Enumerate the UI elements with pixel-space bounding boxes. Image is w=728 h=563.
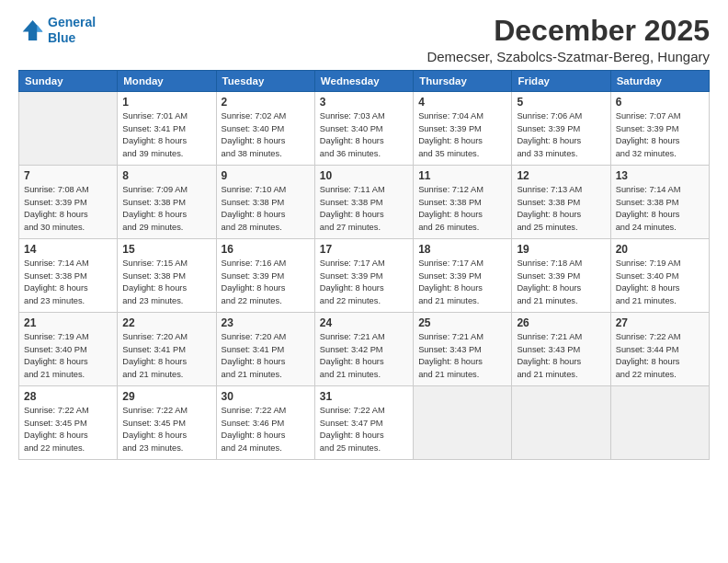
calendar-cell <box>512 386 610 460</box>
day-number: 18 <box>418 243 506 256</box>
title-section: December 2025 Demecser, Szabolcs-Szatmar… <box>427 15 710 64</box>
day-number: 3 <box>320 96 408 109</box>
header: General Blue December 2025 Demecser, Sza… <box>18 15 710 64</box>
day-number: 22 <box>122 316 210 329</box>
cell-content: Sunrise: 7:02 AM Sunset: 3:40 PM Dayligh… <box>222 110 310 160</box>
day-number: 25 <box>418 316 506 329</box>
cell-content: Sunrise: 7:10 AM Sunset: 3:38 PM Dayligh… <box>222 184 310 234</box>
col-saturday: Saturday <box>610 71 709 92</box>
day-number: 9 <box>222 169 310 182</box>
week-row-4: 21Sunrise: 7:19 AM Sunset: 3:40 PM Dayli… <box>19 313 710 386</box>
calendar-cell: 30Sunrise: 7:22 AM Sunset: 3:46 PM Dayli… <box>216 386 314 460</box>
cell-content: Sunrise: 7:01 AM Sunset: 3:41 PM Dayligh… <box>122 110 210 160</box>
cell-content: Sunrise: 7:11 AM Sunset: 3:38 PM Dayligh… <box>320 184 408 234</box>
calendar-cell: 9Sunrise: 7:10 AM Sunset: 3:38 PM Daylig… <box>216 166 314 239</box>
calendar-cell: 1Sunrise: 7:01 AM Sunset: 3:41 PM Daylig… <box>118 92 216 166</box>
day-number: 16 <box>222 243 310 256</box>
cell-content: Sunrise: 7:19 AM Sunset: 3:40 PM Dayligh… <box>616 258 704 307</box>
calendar-cell <box>19 92 118 166</box>
calendar-cell: 24Sunrise: 7:21 AM Sunset: 3:42 PM Dayli… <box>314 313 413 386</box>
cell-content: Sunrise: 7:18 AM Sunset: 3:39 PM Dayligh… <box>517 258 605 307</box>
calendar-cell: 29Sunrise: 7:22 AM Sunset: 3:45 PM Dayli… <box>118 386 216 460</box>
calendar-cell: 21Sunrise: 7:19 AM Sunset: 3:40 PM Dayli… <box>19 313 118 386</box>
cell-content: Sunrise: 7:14 AM Sunset: 3:38 PM Dayligh… <box>24 258 112 307</box>
calendar-cell: 3Sunrise: 7:03 AM Sunset: 3:40 PM Daylig… <box>314 92 413 166</box>
calendar-cell: 5Sunrise: 7:06 AM Sunset: 3:39 PM Daylig… <box>512 92 610 166</box>
day-number: 20 <box>616 243 704 256</box>
cell-content: Sunrise: 7:09 AM Sunset: 3:38 PM Dayligh… <box>122 184 210 234</box>
month-title: December 2025 <box>427 15 710 47</box>
col-tuesday: Tuesday <box>216 71 314 92</box>
cell-content: Sunrise: 7:22 AM Sunset: 3:44 PM Dayligh… <box>616 331 704 381</box>
cell-content: Sunrise: 7:22 AM Sunset: 3:46 PM Dayligh… <box>222 405 310 454</box>
day-number: 10 <box>320 169 408 182</box>
day-number: 11 <box>418 169 506 182</box>
calendar-cell: 14Sunrise: 7:14 AM Sunset: 3:38 PM Dayli… <box>19 239 118 313</box>
cell-content: Sunrise: 7:12 AM Sunset: 3:38 PM Dayligh… <box>418 184 506 234</box>
col-thursday: Thursday <box>414 71 512 92</box>
cell-content: Sunrise: 7:21 AM Sunset: 3:42 PM Dayligh… <box>320 331 408 381</box>
calendar-cell: 17Sunrise: 7:17 AM Sunset: 3:39 PM Dayli… <box>314 239 413 313</box>
cell-content: Sunrise: 7:16 AM Sunset: 3:39 PM Dayligh… <box>222 258 310 307</box>
calendar-cell: 16Sunrise: 7:16 AM Sunset: 3:39 PM Dayli… <box>216 239 314 313</box>
cell-content: Sunrise: 7:17 AM Sunset: 3:39 PM Dayligh… <box>320 258 408 307</box>
calendar-cell: 15Sunrise: 7:15 AM Sunset: 3:38 PM Dayli… <box>118 239 216 313</box>
day-number: 8 <box>122 169 210 182</box>
calendar-cell: 22Sunrise: 7:20 AM Sunset: 3:41 PM Dayli… <box>118 313 216 386</box>
calendar-cell: 27Sunrise: 7:22 AM Sunset: 3:44 PM Dayli… <box>610 313 709 386</box>
logo-line1: General <box>48 15 96 29</box>
calendar-cell <box>610 386 709 460</box>
calendar-cell: 19Sunrise: 7:18 AM Sunset: 3:39 PM Dayli… <box>512 239 610 313</box>
calendar-cell: 18Sunrise: 7:17 AM Sunset: 3:39 PM Dayli… <box>414 239 512 313</box>
day-number: 27 <box>616 316 704 329</box>
day-number: 15 <box>122 243 210 256</box>
cell-content: Sunrise: 7:17 AM Sunset: 3:39 PM Dayligh… <box>418 258 506 307</box>
svg-marker-1 <box>37 25 42 32</box>
week-row-3: 14Sunrise: 7:14 AM Sunset: 3:38 PM Dayli… <box>19 239 710 313</box>
cell-content: Sunrise: 7:03 AM Sunset: 3:40 PM Dayligh… <box>320 110 408 160</box>
col-friday: Friday <box>512 71 610 92</box>
calendar-cell <box>414 386 512 460</box>
cell-content: Sunrise: 7:21 AM Sunset: 3:43 PM Dayligh… <box>418 331 506 381</box>
calendar-cell: 28Sunrise: 7:22 AM Sunset: 3:45 PM Dayli… <box>19 386 118 460</box>
cell-content: Sunrise: 7:15 AM Sunset: 3:38 PM Dayligh… <box>122 258 210 307</box>
calendar-cell: 23Sunrise: 7:20 AM Sunset: 3:41 PM Dayli… <box>216 313 314 386</box>
calendar-cell: 31Sunrise: 7:22 AM Sunset: 3:47 PM Dayli… <box>314 386 413 460</box>
day-number: 29 <box>122 390 210 403</box>
header-row: Sunday Monday Tuesday Wednesday Thursday… <box>19 71 710 92</box>
calendar-table: Sunday Monday Tuesday Wednesday Thursday… <box>18 70 710 460</box>
logo-icon <box>18 17 44 43</box>
calendar-cell: 8Sunrise: 7:09 AM Sunset: 3:38 PM Daylig… <box>118 166 216 239</box>
week-row-5: 28Sunrise: 7:22 AM Sunset: 3:45 PM Dayli… <box>19 386 710 460</box>
week-row-1: 1Sunrise: 7:01 AM Sunset: 3:41 PM Daylig… <box>19 92 710 166</box>
cell-content: Sunrise: 7:21 AM Sunset: 3:43 PM Dayligh… <box>517 331 605 381</box>
cell-content: Sunrise: 7:14 AM Sunset: 3:38 PM Dayligh… <box>616 184 704 234</box>
calendar-cell: 7Sunrise: 7:08 AM Sunset: 3:39 PM Daylig… <box>19 166 118 239</box>
cell-content: Sunrise: 7:04 AM Sunset: 3:39 PM Dayligh… <box>418 110 506 160</box>
cell-content: Sunrise: 7:22 AM Sunset: 3:45 PM Dayligh… <box>122 405 210 454</box>
cell-content: Sunrise: 7:06 AM Sunset: 3:39 PM Dayligh… <box>517 110 605 160</box>
calendar-cell: 25Sunrise: 7:21 AM Sunset: 3:43 PM Dayli… <box>414 313 512 386</box>
cell-content: Sunrise: 7:08 AM Sunset: 3:39 PM Dayligh… <box>24 184 112 234</box>
calendar-cell: 13Sunrise: 7:14 AM Sunset: 3:38 PM Dayli… <box>610 166 709 239</box>
day-number: 26 <box>517 316 605 329</box>
day-number: 1 <box>122 96 210 109</box>
calendar-cell: 6Sunrise: 7:07 AM Sunset: 3:39 PM Daylig… <box>610 92 709 166</box>
cell-content: Sunrise: 7:22 AM Sunset: 3:45 PM Dayligh… <box>24 405 112 454</box>
calendar-cell: 12Sunrise: 7:13 AM Sunset: 3:38 PM Dayli… <box>512 166 610 239</box>
cell-content: Sunrise: 7:20 AM Sunset: 3:41 PM Dayligh… <box>122 331 210 381</box>
calendar-cell: 10Sunrise: 7:11 AM Sunset: 3:38 PM Dayli… <box>314 166 413 239</box>
cell-content: Sunrise: 7:07 AM Sunset: 3:39 PM Dayligh… <box>616 110 704 160</box>
day-number: 31 <box>320 390 408 403</box>
logo: General Blue <box>18 15 96 46</box>
day-number: 19 <box>517 243 605 256</box>
cell-content: Sunrise: 7:13 AM Sunset: 3:38 PM Dayligh… <box>517 184 605 234</box>
day-number: 5 <box>517 96 605 109</box>
week-row-2: 7Sunrise: 7:08 AM Sunset: 3:39 PM Daylig… <box>19 166 710 239</box>
day-number: 28 <box>24 390 112 403</box>
col-wednesday: Wednesday <box>314 71 413 92</box>
day-number: 24 <box>320 316 408 329</box>
location-subtitle: Demecser, Szabolcs-Szatmar-Bereg, Hungar… <box>427 49 710 64</box>
day-number: 7 <box>24 169 112 182</box>
page: General Blue December 2025 Demecser, Sza… <box>0 0 728 563</box>
